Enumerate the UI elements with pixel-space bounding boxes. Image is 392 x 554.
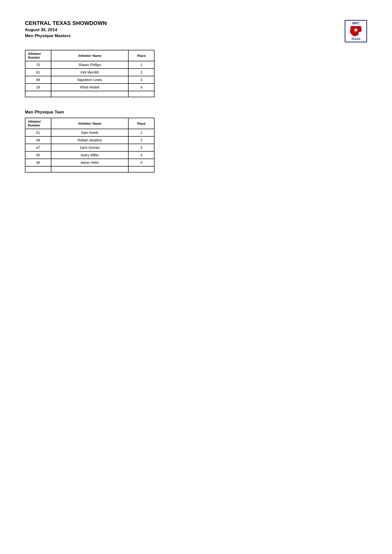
- svg-text:TEXAS: TEXAS: [351, 37, 361, 40]
- teen-table: Athletes'Number Athletes' Name Place 51 …: [25, 118, 155, 173]
- athlete-place: 3: [128, 144, 154, 151]
- athlete-place: 1: [128, 129, 154, 136]
- table-row: 70 Shawn Phillips 1: [25, 61, 154, 69]
- athlete-name: Napoleon Lewis: [51, 76, 129, 84]
- table-row: 50 Avery Miller 4: [25, 151, 154, 159]
- table1-body: 70 Shawn Phillips 1 61 Kirk Merrikh 2 58…: [25, 61, 154, 97]
- event-title: CENTRAL TEXAS SHOWDOWN: [25, 20, 107, 26]
- table-row: 47 Zach Gomez 3: [25, 144, 154, 151]
- table2-col3-header: Place: [128, 118, 154, 129]
- athlete-name: Aaron Helm: [51, 159, 129, 166]
- athlete-name: Sam Keeth: [51, 129, 129, 136]
- table-row: [25, 166, 154, 172]
- athlete-place: 2: [128, 69, 154, 76]
- athlete-name: Kirk Merrikh: [51, 69, 129, 76]
- athlete-number: [25, 166, 51, 172]
- athlete-number: 58: [25, 76, 51, 84]
- table-row: [25, 91, 154, 97]
- athlete-number: [25, 91, 51, 97]
- table1-col1-header: Athletes'Number: [25, 50, 51, 61]
- table2-col2-header: Athletes' Name: [51, 118, 129, 129]
- athlete-place: 2: [128, 136, 154, 144]
- table-row: 49 Rafael Javalera 2: [25, 136, 154, 144]
- athlete-number: 51: [25, 129, 51, 136]
- athlete-number: 50: [25, 151, 51, 159]
- header-section: CENTRAL TEXAS SHOWDOWN August 30, 2014 M…: [25, 20, 367, 42]
- svg-text:NPC: NPC: [352, 21, 360, 25]
- athlete-place: 5: [128, 159, 154, 166]
- athlete-name: [51, 166, 129, 172]
- table2-body: 51 Sam Keeth 1 49 Rafael Javalera 2 47 Z…: [25, 129, 154, 172]
- athlete-place: 4: [128, 151, 154, 159]
- table1-col3-header: Place: [128, 50, 154, 61]
- athlete-number: 61: [25, 69, 51, 76]
- npc-logo: NPC TEXAS: [345, 20, 367, 42]
- table-row: 29 Rhett Redell 4: [25, 84, 154, 91]
- table1-col2-header: Athletes' Name: [51, 50, 129, 61]
- athlete-name: Avery Miller: [51, 151, 129, 159]
- table-row: 51 Sam Keeth 1: [25, 129, 154, 136]
- table2-header-row: Athletes'Number Athletes' Name Place: [25, 118, 154, 129]
- event-date: August 30, 2014: [25, 27, 107, 32]
- athlete-place: 1: [128, 61, 154, 69]
- table-row: 61 Kirk Merrikh 2: [25, 69, 154, 76]
- athlete-place: [128, 91, 154, 97]
- athlete-number: 47: [25, 144, 51, 151]
- athlete-place: [128, 166, 154, 172]
- table1-header-row: Athletes'Number Athletes' Name Place: [25, 50, 154, 61]
- division1-title: Men Physique Masters: [25, 33, 107, 38]
- athlete-name: Shawn Phillips: [51, 61, 129, 69]
- header-text: CENTRAL TEXAS SHOWDOWN August 30, 2014 M…: [25, 20, 107, 38]
- athlete-number: 29: [25, 84, 51, 91]
- table-row: 58 Napoleon Lewis 3: [25, 76, 154, 84]
- athlete-number: 70: [25, 61, 51, 69]
- division2-title: Men Physique Teen: [25, 110, 367, 115]
- athlete-name: Rhett Redell: [51, 84, 129, 91]
- athlete-place: 3: [128, 76, 154, 84]
- athlete-number: 49: [25, 136, 51, 144]
- athlete-place: 4: [128, 84, 154, 91]
- table-row: 48 Aaron Helm 5: [25, 159, 154, 166]
- athlete-name: Zach Gomez: [51, 144, 129, 151]
- athlete-name: Rafael Javalera: [51, 136, 129, 144]
- table2-col1-header: Athletes'Number: [25, 118, 51, 129]
- masters-table: Athletes'Number Athletes' Name Place 70 …: [25, 50, 155, 97]
- athlete-name: [51, 91, 129, 97]
- athlete-number: 48: [25, 159, 51, 166]
